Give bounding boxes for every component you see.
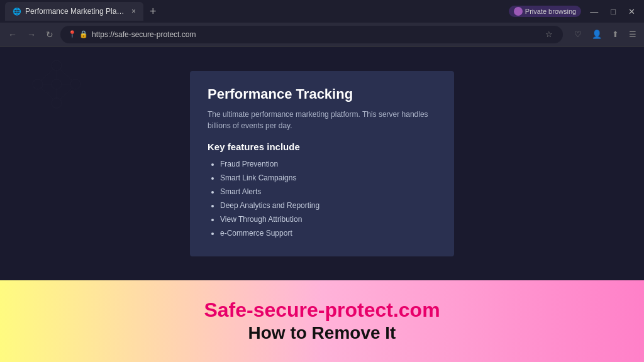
private-browsing-badge: Private browsing — [509, 6, 581, 17]
location-icon: 📍 — [68, 30, 77, 38]
back-button[interactable]: ← — [5, 27, 20, 42]
svg-point-0 — [33, 79, 43, 89]
active-tab[interactable]: 🌐 Performance Marketing Platform × — [5, 2, 143, 21]
svg-line-12 — [60, 88, 72, 99]
tab-bar: 🌐 Performance Marketing Platform × + — [5, 2, 509, 21]
profile-icon[interactable]: 👤 — [589, 28, 604, 40]
feature-list: Fraud PreventionSmart Link CampaignsSmar… — [208, 158, 436, 239]
list-item: e-Commerce Support — [220, 228, 436, 239]
svg-point-3 — [52, 98, 62, 108]
browser-chrome: 🌐 Performance Marketing Platform × + Pri… — [0, 0, 644, 47]
svg-line-11 — [41, 88, 53, 99]
bottom-banner: Safe-secure-protect.com How to Remove It — [0, 280, 644, 362]
title-bar: 🌐 Performance Marketing Platform × + Pri… — [0, 0, 644, 23]
list-item: View Through Attribution — [220, 214, 436, 225]
new-tab-button[interactable]: + — [146, 4, 160, 19]
refresh-button[interactable]: ↻ — [43, 27, 57, 42]
banner-domain: Safe-secure-protect.com — [204, 298, 440, 322]
minimize-button[interactable]: — — [586, 6, 602, 18]
list-item: Fraud Prevention — [220, 158, 436, 170]
forward-button[interactable]: → — [24, 27, 39, 42]
menu-icon[interactable]: ☰ — [626, 28, 639, 40]
close-window-button[interactable]: ✕ — [625, 6, 639, 18]
lock-icon: 🔒 — [79, 30, 88, 38]
list-item: Deep Analytics and Reporting — [220, 200, 436, 211]
toolbar-icons: ♡ 👤 ⬆ ☰ — [572, 28, 639, 40]
bookmark-star-icon[interactable]: ☆ — [543, 28, 555, 40]
address-bar[interactable]: 📍 🔒 https://safe-secure-protect.com ☆ — [60, 26, 563, 43]
tab-close-button[interactable]: × — [131, 7, 136, 16]
card-subtitle: The ultimate performance marketing platf… — [208, 109, 436, 131]
svg-line-9 — [41, 69, 53, 80]
svg-line-10 — [60, 69, 72, 80]
content-card: Performance Tracking The ultimate perfor… — [190, 71, 454, 256]
svg-point-1 — [52, 60, 62, 70]
url-text: https://safe-secure-protect.com — [92, 30, 539, 39]
card-title: Performance Tracking — [208, 86, 436, 102]
nav-bar: ← → ↻ 📍 🔒 https://safe-secure-protect.co… — [0, 23, 644, 47]
list-item: Smart Link Campaigns — [220, 172, 436, 184]
banner-subtitle: How to Remove It — [248, 322, 396, 344]
private-icon — [514, 7, 523, 16]
list-item: Smart Alerts — [220, 186, 436, 197]
tab-favicon: 🌐 — [13, 8, 21, 16]
share-icon[interactable]: ⬆ — [609, 28, 621, 40]
address-left-icons: 📍 🔒 — [68, 30, 88, 38]
browser-content: SENSORS TECH FORUM Performance Tracking … — [0, 47, 644, 280]
tab-title: Performance Marketing Platform — [25, 7, 125, 16]
window-controls: Private browsing — □ ✕ — [509, 6, 639, 18]
private-label: Private browsing — [525, 8, 576, 15]
heart-icon[interactable]: ♡ — [572, 28, 584, 40]
svg-point-4 — [52, 79, 62, 89]
maximize-button[interactable]: □ — [607, 6, 619, 18]
card-section-title: Key features include — [208, 141, 436, 152]
svg-point-2 — [70, 79, 80, 89]
